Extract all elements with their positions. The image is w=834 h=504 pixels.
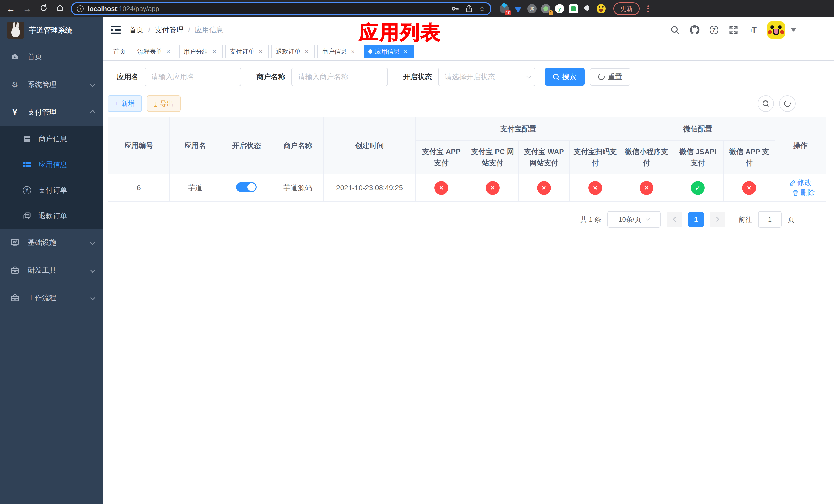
tab-label: 退款订单 — [276, 47, 301, 55]
toggle-search-button[interactable] — [758, 95, 774, 112]
status-toggle[interactable] — [236, 182, 257, 192]
toolbox-icon — [10, 266, 20, 275]
close-icon[interactable]: × — [211, 48, 218, 55]
close-icon[interactable]: × — [257, 48, 264, 55]
tab-user-group[interactable]: 用户分组× — [179, 45, 223, 58]
pencil-icon — [789, 180, 796, 186]
tab-app-info[interactable]: 应用信息× — [364, 45, 414, 58]
col-wx-app: 微信 APP 支付 — [723, 141, 775, 174]
delete-link[interactable]: 删除 — [792, 188, 815, 198]
chevron-down-icon — [90, 240, 95, 245]
sidebar: 芋道管理系统 首页 ⚙ 系统管理 ¥ 支付管理 — [0, 18, 103, 504]
extension-gem-icon[interactable] — [513, 4, 523, 13]
tab-merchant-info[interactable]: 商户信息× — [317, 45, 361, 58]
sidebar-item-workflow[interactable]: 工作流程 — [0, 284, 103, 312]
add-button[interactable]: +新增 — [108, 95, 142, 112]
sidebar-item-refund-order[interactable]: 退款订单 — [0, 203, 103, 229]
alipay-qr-status-icon: × — [588, 181, 602, 195]
tab-process-form[interactable]: 流程表单× — [133, 45, 176, 58]
yen-icon: ¥ — [10, 108, 20, 117]
chevron-left-icon — [673, 217, 678, 222]
page-root: ← → i localhost:1024/pay/app ☆ — [0, 0, 834, 504]
tab-pay-order[interactable]: 支付订单× — [225, 45, 269, 58]
status-select[interactable]: 请选择开启状态 — [438, 68, 535, 86]
edit-link[interactable]: 修改 — [789, 178, 812, 188]
cell-merchant: 芋道源码 — [272, 174, 323, 202]
page-number-1[interactable]: 1 — [688, 212, 704, 227]
sidebar-item-payment[interactable]: ¥ 支付管理 — [0, 98, 103, 126]
close-icon[interactable]: × — [303, 48, 310, 55]
col-created: 创建时间 — [323, 117, 416, 174]
refund-order-icon — [23, 211, 31, 220]
close-icon[interactable]: × — [402, 48, 409, 55]
home-icon[interactable] — [54, 4, 66, 14]
merchant-name-input[interactable] — [291, 68, 388, 86]
help-icon[interactable]: ? — [709, 25, 719, 35]
forward-icon[interactable]: → — [22, 4, 33, 14]
tab-home[interactable]: 首页 — [109, 45, 130, 58]
refresh-table-button[interactable] — [779, 95, 795, 112]
page-size-value: 10条/页 — [619, 215, 641, 224]
prev-page-button[interactable] — [667, 212, 682, 227]
close-icon[interactable]: × — [349, 48, 356, 55]
col-alipay-wap: 支付宝 WAP 网站支付 — [518, 141, 570, 174]
breadcrumb-home[interactable]: 首页 — [129, 25, 144, 35]
profile-emoji-icon[interactable] — [596, 4, 606, 13]
password-key-icon[interactable] — [451, 5, 459, 13]
extension-tabs-icon[interactable]: 10 — [500, 4, 509, 13]
sidebar-item-infra[interactable]: 基础设施 — [0, 229, 103, 256]
breadcrumb-separator: / — [148, 26, 150, 34]
refresh-icon — [783, 99, 791, 108]
tab-label: 用户分组 — [184, 47, 208, 55]
goto-page-input[interactable] — [758, 211, 782, 228]
chrome-update-button[interactable]: 更新 — [613, 2, 640, 15]
page-size-select[interactable]: 10条/页 — [607, 211, 661, 228]
address-bar[interactable]: i localhost:1024/pay/app ☆ — [71, 2, 491, 15]
app-name-input[interactable] — [145, 68, 241, 86]
breadcrumb-payment[interactable]: 支付管理 — [155, 25, 184, 35]
tab-label: 支付订单 — [230, 47, 255, 55]
close-icon[interactable]: × — [164, 48, 172, 55]
github-icon[interactable] — [689, 25, 700, 35]
cell-app-name: 芋道 — [170, 174, 221, 202]
sidebar-item-pay-order[interactable]: ¥ 支付订单 — [0, 177, 103, 203]
sidebar-item-home[interactable]: 首页 — [0, 43, 103, 71]
sidebar-item-app-info[interactable]: 应用信息 — [0, 152, 103, 177]
font-size-icon[interactable]: тT — [748, 25, 758, 35]
export-button[interactable]: ↓导出 — [147, 95, 180, 112]
browser-menu-icon[interactable] — [647, 5, 649, 12]
user-avatar[interactable] — [767, 21, 785, 39]
sidebar-collapse-icon[interactable] — [111, 25, 121, 35]
sidebar-item-merchant-info[interactable]: 商户信息 — [0, 126, 103, 152]
extension-command-icon[interactable]: ⌘ — [527, 4, 536, 13]
extensions-puzzle-icon[interactable] — [583, 4, 592, 13]
bookmark-star-icon[interactable]: ☆ — [479, 5, 485, 13]
chevron-right-icon — [714, 217, 719, 222]
fullscreen-icon[interactable] — [728, 25, 739, 35]
active-dot — [368, 49, 372, 53]
wx-app-status-icon: × — [742, 181, 756, 195]
avatar-caret-icon[interactable] — [791, 28, 796, 31]
sidebar-item-dev-tools[interactable]: 研发工具 — [0, 256, 103, 284]
extension-chat-icon[interactable] — [569, 4, 578, 13]
sidebar-logo-row[interactable]: 芋道管理系统 — [0, 18, 103, 43]
reload-icon[interactable] — [38, 4, 49, 14]
back-icon[interactable]: ← — [5, 4, 16, 14]
tab-refund-order[interactable]: 退款订单× — [271, 45, 315, 58]
extension-recorder-icon[interactable]: 1 — [541, 4, 550, 13]
sidebar-item-label: 支付订单 — [39, 185, 67, 195]
page-info-icon[interactable]: i — [77, 5, 84, 12]
sidebar-item-label: 系统管理 — [28, 80, 57, 90]
reset-button[interactable]: 重置 — [590, 68, 630, 86]
col-wx-mini: 微信小程序支付 — [621, 141, 672, 174]
url-host: localhost — [88, 5, 117, 13]
search-button[interactable]: 搜索 — [545, 68, 585, 86]
header-search-icon[interactable] — [670, 25, 680, 35]
breadcrumb-separator: / — [188, 26, 190, 34]
next-page-button[interactable] — [710, 212, 725, 227]
extension-y-icon[interactable]: y — [555, 4, 564, 13]
url-text: localhost:1024/pay/app — [88, 5, 159, 13]
share-icon[interactable] — [465, 5, 473, 13]
sidebar-item-system[interactable]: ⚙ 系统管理 — [0, 71, 103, 98]
sidebar-item-label: 工作流程 — [28, 293, 57, 303]
